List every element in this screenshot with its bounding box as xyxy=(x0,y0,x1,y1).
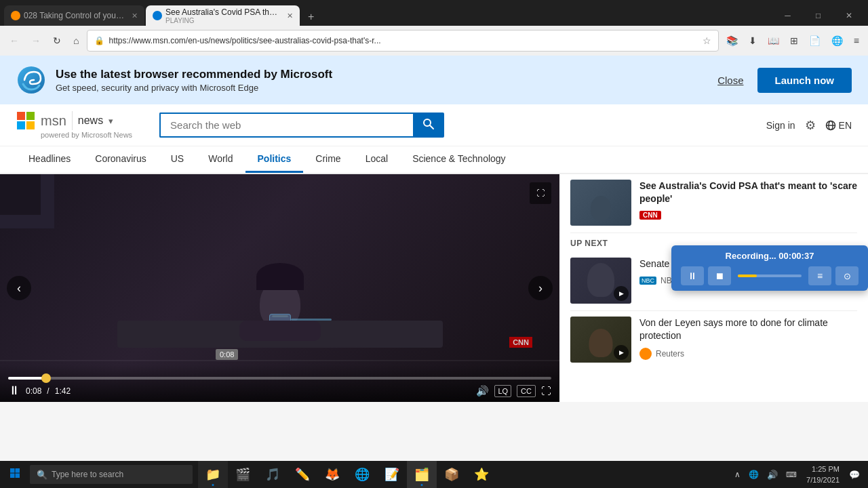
next-item-2-play[interactable]: ▶ xyxy=(614,345,629,360)
nav-headlines[interactable]: Headlines xyxy=(16,146,83,173)
taskbar-pkg[interactable]: 📦 xyxy=(437,461,467,488)
new-tab-button[interactable]: + xyxy=(302,8,319,26)
nav-bar: Headlines Coronavirus US World Politics … xyxy=(0,146,868,174)
collections-button[interactable]: 📚 xyxy=(723,32,741,49)
search-button[interactable] xyxy=(413,113,444,138)
reader-view-button[interactable]: 📄 xyxy=(806,32,824,49)
banner-launch-button[interactable]: Launch now xyxy=(757,68,852,93)
taskbar-apps: 📁 🎬 🎵 ✏️ 🦊 🌐 📝 🗂️ 📦 ⭐ xyxy=(198,461,496,488)
start-button[interactable] xyxy=(3,464,27,485)
taskbar-network-icon[interactable]: 🌐 xyxy=(746,468,762,481)
news-label[interactable]: news xyxy=(78,115,103,127)
taskbar-photos[interactable]: 🎬 xyxy=(228,461,258,488)
header-divider-v xyxy=(72,111,73,130)
video-player: CNN ‹ › ⛶ 0:08 ⏸ 0:08 / 1:42 🔊 LQ xyxy=(0,174,559,402)
search-area xyxy=(159,113,444,138)
msn-logo-icon xyxy=(16,111,35,130)
recording-stop-button[interactable]: ⏹ xyxy=(708,266,731,285)
taskbar-clock[interactable]: 1:25 PM 7/19/2021 xyxy=(802,462,844,487)
nav-us[interactable]: US xyxy=(159,146,196,173)
recording-camera-button[interactable]: ⊙ xyxy=(835,266,859,285)
svg-rect-11 xyxy=(16,468,20,473)
forward-button[interactable]: → xyxy=(27,31,45,50)
next-item-2-content: Von der Leyen says more to done for clim… xyxy=(639,317,857,363)
tab-1-close[interactable]: ✕ xyxy=(132,12,138,20)
tab-2-close[interactable]: ✕ xyxy=(287,12,293,20)
banner-text: Use the latest browser recommended by Mi… xyxy=(56,68,332,93)
taskbar-search[interactable]: 🔍 Type here to search xyxy=(30,465,193,484)
edge-button[interactable]: 🌐 xyxy=(828,32,846,49)
history-button[interactable]: 📖 xyxy=(764,32,783,49)
tab-2[interactable]: See Australia's Covid PSA that's... PLAY… xyxy=(146,5,300,26)
nav-science[interactable]: Science & Technology xyxy=(400,146,518,173)
search-input[interactable] xyxy=(159,113,413,138)
tab-2-title: See Australia's Covid PSA that's... xyxy=(165,7,281,17)
recording-controls: ⏸ ⏹ ≡ ⊙ xyxy=(681,266,859,285)
taskbar-editor[interactable]: ✏️ xyxy=(288,461,317,488)
banner-close-button[interactable]: Close xyxy=(717,75,743,86)
language-button[interactable]: EN xyxy=(825,120,852,131)
language-label: EN xyxy=(839,120,852,131)
taskbar-media[interactable]: 🎵 xyxy=(258,461,288,488)
video-next-button[interactable]: › xyxy=(528,276,553,300)
next-item-1-play[interactable]: ▶ xyxy=(614,286,629,301)
windows-icon xyxy=(9,468,20,479)
recording-pause-button[interactable]: ⏸ xyxy=(681,266,704,285)
nav-crime[interactable]: Crime xyxy=(303,146,353,173)
tab-2-favicon xyxy=(153,11,162,20)
news-arrow[interactable]: ▾ xyxy=(108,116,113,126)
sign-in-button[interactable]: Sign in xyxy=(766,120,795,131)
next-item-2: ▶ Von der Leyen says more to done for cl… xyxy=(570,311,857,369)
maximize-button[interactable]: □ xyxy=(803,5,833,26)
taskbar-star[interactable]: ⭐ xyxy=(467,461,496,488)
video-prev-button[interactable]: ‹ xyxy=(7,276,31,300)
taskbar-firefox[interactable]: 🦊 xyxy=(317,461,347,488)
cnn-logo-badge: CNN xyxy=(639,211,661,220)
progress-thumb[interactable] xyxy=(41,373,51,383)
svg-rect-10 xyxy=(10,468,15,473)
video-expand-button[interactable]: ⛶ xyxy=(530,182,551,204)
sidebar: See Australia's Covid PSA that's meant t… xyxy=(559,174,868,402)
split-view-button[interactable]: ⊞ xyxy=(787,32,802,49)
taskbar-explorer[interactable]: 📁 xyxy=(198,461,228,488)
search-icon xyxy=(422,118,435,130)
current-article: See Australia's Covid PSA that's meant t… xyxy=(570,174,857,233)
next-item-1-thumb: ▶ xyxy=(570,258,631,304)
quality-button[interactable]: LQ xyxy=(494,385,511,397)
taskbar-browser[interactable]: 🌐 xyxy=(347,461,377,488)
nav-coronavirus[interactable]: Coronavirus xyxy=(83,146,158,173)
menu-button[interactable]: ≡ xyxy=(850,32,863,49)
reuters-logo xyxy=(639,348,652,360)
bookmark-icon[interactable]: ☆ xyxy=(703,35,711,46)
taskbar-sound-icon[interactable]: 🔊 xyxy=(764,468,781,481)
address-bar[interactable]: 🔒 https://www.msn.com/en-us/news/politic… xyxy=(87,30,718,52)
nav-world[interactable]: World xyxy=(196,146,245,173)
fullscreen-button[interactable]: ⛶ xyxy=(541,385,551,396)
close-button[interactable]: ✕ xyxy=(833,5,864,26)
downloads-button[interactable]: ⬇ xyxy=(745,32,760,49)
progress-filled xyxy=(8,377,46,380)
browser-chrome: 028 Taking Control of your Prop... ✕ See… xyxy=(0,0,868,56)
back-button[interactable]: ← xyxy=(5,31,23,50)
settings-button[interactable]: ⚙ xyxy=(805,118,816,133)
taskbar-files[interactable]: 🗂️ xyxy=(407,461,437,488)
nav-politics[interactable]: Politics xyxy=(245,146,304,173)
svg-rect-3 xyxy=(17,121,25,129)
nav-local[interactable]: Local xyxy=(353,146,400,173)
current-article-title: See Australia's Covid PSA that's meant t… xyxy=(639,180,857,205)
taskbar-notification-icon[interactable]: 💬 xyxy=(846,468,863,481)
volume-button[interactable]: 🔊 xyxy=(476,385,489,397)
captions-button[interactable]: CC xyxy=(517,385,536,397)
refresh-button[interactable]: ↻ xyxy=(49,31,65,50)
tab-1[interactable]: 028 Taking Control of your Prop... ✕ xyxy=(4,5,144,26)
progress-bar[interactable] xyxy=(8,377,551,380)
taskbar-notes[interactable]: 📝 xyxy=(377,461,407,488)
home-button[interactable]: ⌂ xyxy=(69,31,83,50)
taskbar-expand-icon[interactable]: ∧ xyxy=(732,468,743,481)
msn-logo-area: msn news ▾ powered by Microsoft News xyxy=(16,111,132,139)
cnn-watermark: CNN xyxy=(509,337,532,348)
minimize-button[interactable]: ─ xyxy=(772,5,803,26)
taskbar-keyboard-icon[interactable]: ⌨ xyxy=(783,469,800,481)
recording-settings-button[interactable]: ≡ xyxy=(808,266,831,285)
pause-button[interactable]: ⏸ xyxy=(8,384,20,398)
